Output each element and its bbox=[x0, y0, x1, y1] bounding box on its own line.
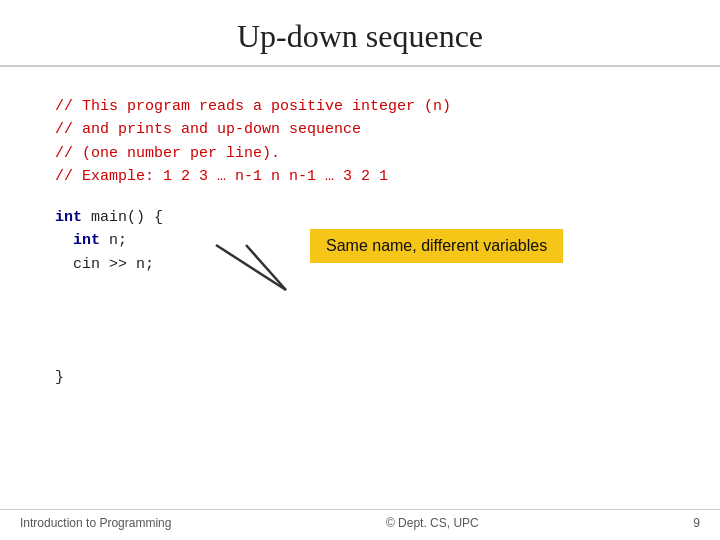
closing-brace-text: } bbox=[55, 369, 64, 386]
slide: Up-down sequence // This program reads a… bbox=[0, 0, 720, 540]
comment-line-1: // This program reads a positive integer… bbox=[55, 95, 665, 118]
code-line-1: int main() { bbox=[55, 206, 665, 229]
title-area: Up-down sequence bbox=[0, 0, 720, 67]
comment-line-4: // Example: 1 2 3 … n-1 n n-1 … 3 2 1 bbox=[55, 165, 665, 188]
closing-brace: } bbox=[55, 366, 665, 389]
arrow-graphic bbox=[186, 235, 316, 305]
tooltip-text: Same name, different variables bbox=[326, 237, 547, 254]
comment-line-3: // (one number per line). bbox=[55, 142, 665, 165]
footer-right: 9 bbox=[693, 516, 700, 530]
footer-center: © Dept. CS, UPC bbox=[386, 516, 479, 530]
slide-title: Up-down sequence bbox=[237, 18, 483, 54]
content-area: // This program reads a positive integer… bbox=[0, 67, 720, 399]
footer-left: Introduction to Programming bbox=[20, 516, 171, 530]
keyword-int2: int bbox=[73, 232, 100, 249]
comment-block: // This program reads a positive integer… bbox=[55, 95, 665, 188]
comment-line-2: // and prints and up-down sequence bbox=[55, 118, 665, 141]
tooltip-box: Same name, different variables bbox=[310, 229, 563, 263]
footer: Introduction to Programming © Dept. CS, … bbox=[0, 509, 720, 530]
keyword-int: int bbox=[55, 209, 82, 226]
